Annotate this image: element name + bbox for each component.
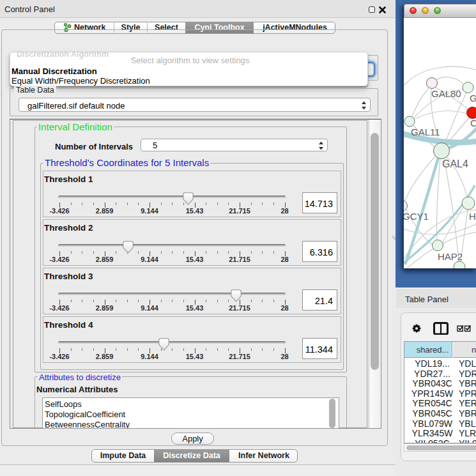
svg-text:CC: CC bbox=[470, 118, 476, 128]
svg-text:GCY1: GCY1 bbox=[404, 211, 429, 222]
svg-text:HAP2: HAP2 bbox=[438, 251, 463, 262]
svg-text:GAL11: GAL11 bbox=[411, 127, 440, 137]
svg-text:HI: HI bbox=[469, 211, 476, 222]
svg-text:GAL4: GAL4 bbox=[442, 158, 468, 169]
svg-text:GAL80: GAL80 bbox=[431, 88, 461, 99]
svg-text:GA: GA bbox=[470, 93, 476, 104]
